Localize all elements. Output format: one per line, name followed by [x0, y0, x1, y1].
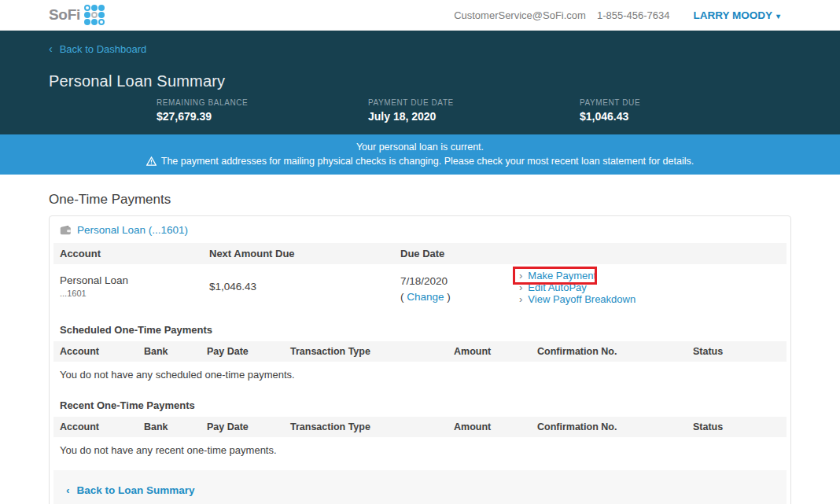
back-to-dashboard-link[interactable]: ‹ Back to Dashboard — [49, 42, 146, 55]
back-to-loan-summary-link[interactable]: ‹ Back to Loan Summary — [66, 484, 195, 496]
make-payment-link[interactable]: Make Payment — [528, 270, 596, 281]
edit-autopay-link[interactable]: Edit AutoPay — [528, 282, 586, 293]
top-bar: SoFi CustomerService@SoFi.com 1-855-456-… — [0, 0, 840, 31]
sofi-logo-dots-icon — [84, 5, 105, 25]
col-due-date: Due Date — [400, 243, 519, 264]
recent-table-header-row: Account Bank Pay Date Transaction Type A… — [53, 417, 787, 437]
chevron-left-icon: ‹ — [49, 42, 53, 55]
sofi-logo[interactable]: SoFi — [49, 5, 105, 25]
col-account: Account — [53, 243, 209, 264]
personal-loan-account-link[interactable]: Personal Loan (...1601) — [77, 224, 188, 236]
stat-label: REMAINING BALANCE — [157, 98, 368, 107]
scheduled-payments-title: Scheduled One-Time Payments — [53, 316, 787, 341]
recent-payments-table: Account Bank Pay Date Transaction Type A… — [53, 417, 787, 437]
col-account: Account — [53, 417, 144, 437]
main-content: One-Time Payments Personal Loan (...1601… — [0, 192, 840, 504]
chevron-right-icon: › — [519, 270, 522, 281]
col-transaction-type: Transaction Type — [290, 417, 454, 437]
col-confirmation-no: Confirmation No. — [537, 341, 693, 362]
payment-table-header-row: Account Next Amount Due Due Date — [53, 243, 787, 264]
payment-table-row: Personal Loan ...1601 $1,046.43 7/18/202… — [53, 264, 787, 316]
one-time-payments-card: Personal Loan (...1601) Account Next Amo… — [49, 215, 791, 504]
account-name: Personal Loan — [60, 274, 209, 286]
due-date-cell: 7/18/2020 ( Change ) — [400, 264, 519, 316]
view-payoff-breakdown-link[interactable]: View Payoff Breakdown — [528, 294, 636, 305]
wallet-icon — [60, 225, 72, 235]
paren-open: ( — [400, 291, 404, 303]
scheduled-payments-table: Account Bank Pay Date Transaction Type A… — [53, 341, 787, 362]
stat-label: PAYMENT DUE — [580, 98, 791, 107]
scheduled-empty-message: You do not have any scheduled one-time p… — [53, 362, 787, 392]
stat-payment-due: PAYMENT DUE $1,046.43 — [580, 98, 791, 123]
warning-icon — [146, 156, 157, 166]
user-name: LARRY MOODY — [693, 9, 772, 21]
page-title: Personal Loan Summary — [49, 72, 791, 90]
customer-service-email: CustomerService@SoFi.com — [454, 9, 586, 21]
banner-line-notice: The payment addresses for mailing physic… — [0, 156, 840, 167]
account-row: Personal Loan (...1601) — [53, 216, 787, 243]
loan-summary-hero: ‹ Back to Dashboard Personal Loan Summar… — [0, 31, 840, 134]
chevron-down-icon: ▾ — [776, 12, 780, 20]
action-make-payment[interactable]: › Make Payment — [519, 270, 787, 281]
due-date-value: 7/18/2020 — [400, 275, 519, 287]
back-to-dashboard-label: Back to Dashboard — [60, 43, 147, 55]
paren-close: ) — [447, 291, 451, 303]
topbar-right: CustomerService@SoFi.com 1-855-456-7634 … — [454, 9, 780, 21]
stat-label: PAYMENT DUE DATE — [368, 98, 580, 107]
section-title: One-Time Payments — [49, 192, 791, 208]
sofi-logo-text: SoFi — [49, 6, 80, 24]
stat-remaining-balance: REMAINING BALANCE $27,679.39 — [157, 98, 368, 123]
action-view-payoff-breakdown[interactable]: › View Payoff Breakdown — [519, 294, 787, 305]
customer-service-phone: 1-855-456-7634 — [597, 9, 670, 21]
col-transaction-type: Transaction Type — [290, 341, 454, 362]
stat-value: $1,046.43 — [580, 110, 791, 123]
col-amount: Amount — [454, 417, 537, 437]
chevron-left-icon: ‹ — [66, 484, 70, 496]
chevron-right-icon: › — [519, 282, 522, 293]
col-bank: Bank — [144, 341, 207, 362]
col-status: Status — [693, 417, 787, 437]
stat-value: $27,679.39 — [157, 110, 368, 123]
col-pay-date: Pay Date — [207, 341, 290, 362]
account-cell: Personal Loan ...1601 — [53, 264, 209, 316]
next-amount-due-cell: $1,046.43 — [209, 264, 400, 316]
col-status: Status — [693, 341, 787, 362]
banner-line-current: Your personal loan is current. — [0, 142, 840, 153]
col-confirmation-no: Confirmation No. — [537, 417, 693, 437]
user-menu[interactable]: LARRY MOODY ▾ — [693, 9, 780, 21]
col-actions — [519, 243, 787, 264]
action-edit-autopay[interactable]: › Edit AutoPay — [519, 282, 787, 293]
status-banner: Your personal loan is current. The payme… — [0, 134, 840, 175]
change-line: ( Change ) — [400, 291, 519, 303]
col-amount: Amount — [454, 341, 537, 362]
scheduled-table-header-row: Account Bank Pay Date Transaction Type A… — [53, 341, 787, 362]
account-number: ...1601 — [60, 289, 209, 298]
col-pay-date: Pay Date — [207, 417, 290, 437]
stat-value: July 18, 2020 — [368, 110, 580, 123]
recent-empty-message: You do not have any recent one-time paym… — [53, 437, 787, 467]
change-due-date-link[interactable]: Change — [407, 291, 444, 303]
chevron-right-icon: › — [519, 294, 522, 305]
payment-table: Account Next Amount Due Due Date Persona… — [53, 243, 787, 316]
stat-payment-due-date: PAYMENT DUE DATE July 18, 2020 — [368, 98, 580, 123]
loan-stats: REMAINING BALANCE $27,679.39 PAYMENT DUE… — [157, 98, 791, 123]
recent-payments-title: Recent One-Time Payments — [53, 392, 787, 417]
col-bank: Bank — [144, 417, 207, 437]
banner-notice-text: The payment addresses for mailing physic… — [161, 156, 694, 167]
actions-cell: › Make Payment › Edit AutoPay › View Pay… — [519, 264, 787, 316]
card-footer: ‹ Back to Loan Summary — [53, 470, 787, 504]
col-account: Account — [53, 341, 144, 362]
back-to-loan-summary-label: Back to Loan Summary — [77, 484, 195, 496]
col-next-amount-due: Next Amount Due — [209, 243, 400, 264]
